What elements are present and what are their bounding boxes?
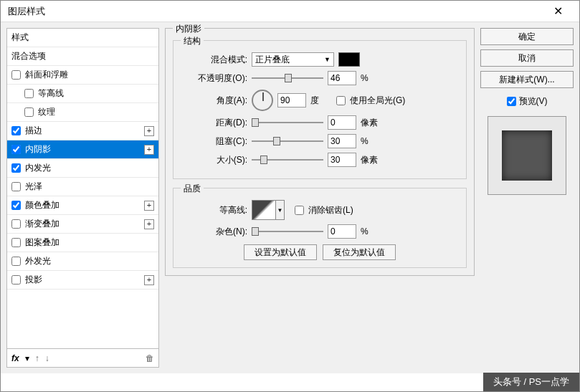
style-checkbox[interactable] [11, 275, 21, 285]
style-checkbox[interactable] [11, 126, 21, 135]
contour-picker[interactable] [252, 200, 276, 220]
style-label: 内发光 [25, 162, 51, 174]
style-item[interactable]: 光泽 [7, 178, 158, 196]
settings-panel: 内阴影 结构 混合模式: 正片叠底 ▼ 不透明度(O): [165, 28, 475, 368]
style-checkbox[interactable] [11, 257, 21, 266]
style-checkbox[interactable] [11, 238, 21, 247]
style-checkbox[interactable] [11, 145, 21, 154]
style-label: 光泽 [25, 181, 42, 193]
cancel-button[interactable]: 取消 [480, 49, 574, 67]
noise-slider[interactable] [252, 226, 323, 237]
style-list: 样式 混合选项 斜面和浮雕等高线纹理描边+内阴影+内发光光泽颜色叠加+渐变叠加+… [7, 29, 158, 348]
style-label: 渐变叠加 [25, 218, 60, 230]
opacity-label: 不透明度(O): [179, 72, 247, 85]
global-light-checkbox[interactable] [336, 96, 346, 105]
fx-icon[interactable]: fx [11, 353, 19, 363]
antialias-label: 消除锯齿(L) [308, 204, 353, 216]
style-item[interactable]: 描边+ [7, 122, 158, 140]
noise-unit: % [361, 226, 382, 236]
watermark: 头条号 / PS一点学 [483, 373, 579, 391]
style-label: 描边 [25, 125, 42, 137]
style-checkbox[interactable] [11, 163, 21, 173]
blend-mode-select[interactable]: 正片叠底 ▼ [252, 52, 334, 67]
distance-unit: 像素 [361, 117, 382, 129]
content-area: 样式 混合选项 斜面和浮雕等高线纹理描边+内阴影+内发光光泽颜色叠加+渐变叠加+… [1, 22, 579, 373]
style-checkbox[interactable] [11, 182, 21, 191]
reset-default-button[interactable]: 复位为默认值 [323, 244, 396, 260]
shadow-color-swatch[interactable] [338, 52, 360, 67]
fx-caret-icon[interactable]: ▾ [25, 353, 29, 363]
style-checkbox[interactable] [11, 70, 21, 80]
angle-unit: 度 [310, 95, 332, 107]
style-label: 外发光 [25, 255, 51, 267]
preview-swatch [502, 130, 552, 181]
plus-icon[interactable]: + [144, 275, 154, 285]
style-item[interactable]: 内阴影+ [7, 140, 158, 159]
down-arrow-icon[interactable]: ↓ [45, 353, 49, 363]
choke-unit: % [361, 136, 382, 146]
choke-label: 阻塞(C): [179, 135, 247, 148]
choke-slider[interactable] [252, 135, 323, 147]
titlebar: 图层样式 ✕ [1, 1, 579, 22]
choke-input[interactable] [328, 134, 356, 148]
distance-slider[interactable] [252, 117, 323, 128]
angle-input[interactable] [277, 93, 306, 107]
noise-label: 杂色(N): [179, 226, 247, 238]
trash-icon[interactable]: 🗑 [146, 353, 154, 363]
noise-input[interactable] [328, 224, 356, 239]
angle-dial[interactable] [252, 90, 273, 111]
new-style-button[interactable]: 新建样式(W)... [480, 71, 574, 88]
chevron-down-icon: ▼ [324, 56, 331, 63]
style-item[interactable]: 内发光 [7, 159, 158, 178]
style-label: 斜面和浮雕 [25, 69, 68, 81]
contour-label: 等高线: [179, 204, 247, 216]
left-footer: fx ▾ ↑ ↓ 🗑 [7, 348, 158, 367]
plus-icon[interactable]: + [144, 126, 154, 136]
size-label: 大小(S): [179, 154, 247, 166]
style-item[interactable]: 纹理 [7, 103, 158, 122]
preview-box [488, 116, 566, 195]
distance-label: 距离(D): [179, 117, 247, 129]
size-unit: 像素 [361, 154, 382, 166]
inner-shadow-fieldset: 内阴影 结构 混合模式: 正片叠底 ▼ 不透明度(O): [165, 28, 475, 276]
style-item[interactable]: 图案叠加 [7, 234, 158, 252]
style-item[interactable]: 投影+ [7, 271, 158, 290]
style-checkbox[interactable] [11, 201, 21, 210]
size-slider[interactable] [252, 154, 323, 166]
style-label: 颜色叠加 [25, 199, 60, 211]
style-item[interactable]: 斜面和浮雕 [7, 66, 158, 85]
blend-options-header[interactable]: 混合选项 [7, 47, 158, 66]
structure-fieldset: 结构 混合模式: 正片叠底 ▼ 不透明度(O): % [173, 40, 467, 179]
plus-icon[interactable]: + [144, 145, 154, 155]
style-item[interactable]: 渐变叠加+ [7, 215, 158, 234]
size-input[interactable] [328, 153, 356, 167]
style-item[interactable]: 颜色叠加+ [7, 196, 158, 215]
style-label: 图案叠加 [25, 236, 60, 249]
preview-checkbox[interactable] [507, 97, 516, 106]
antialias-checkbox[interactable] [295, 206, 304, 215]
close-button[interactable]: ✕ [543, 1, 572, 21]
style-label: 纹理 [38, 106, 55, 118]
style-label: 投影 [25, 274, 42, 286]
style-label: 内阴影 [25, 143, 51, 156]
style-item[interactable]: 等高线 [7, 85, 158, 103]
style-checkbox[interactable] [11, 219, 21, 229]
layer-style-dialog: 图层样式 ✕ 样式 混合选项 斜面和浮雕等高线纹理描边+内阴影+内发光光泽颜色叠… [0, 0, 580, 392]
preview-label: 预览(V) [519, 95, 548, 107]
styles-panel: 样式 混合选项 斜面和浮雕等高线纹理描边+内阴影+内发光光泽颜色叠加+渐变叠加+… [6, 28, 159, 368]
panel-title: 内阴影 [173, 23, 204, 35]
plus-icon[interactable]: + [144, 219, 154, 229]
style-item[interactable]: 外发光 [7, 252, 158, 271]
up-arrow-icon[interactable]: ↑ [35, 353, 39, 363]
ok-button[interactable]: 确定 [480, 28, 574, 45]
plus-icon[interactable]: + [144, 201, 154, 211]
distance-input[interactable] [328, 115, 356, 130]
styles-header[interactable]: 样式 [7, 29, 158, 47]
angle-label: 角度(A): [179, 95, 247, 107]
style-checkbox[interactable] [24, 107, 34, 117]
contour-caret-icon[interactable]: ▼ [276, 200, 285, 220]
opacity-input[interactable] [328, 71, 356, 85]
make-default-button[interactable]: 设置为默认值 [244, 244, 317, 260]
opacity-slider[interactable] [252, 72, 323, 84]
style-checkbox[interactable] [24, 89, 34, 98]
